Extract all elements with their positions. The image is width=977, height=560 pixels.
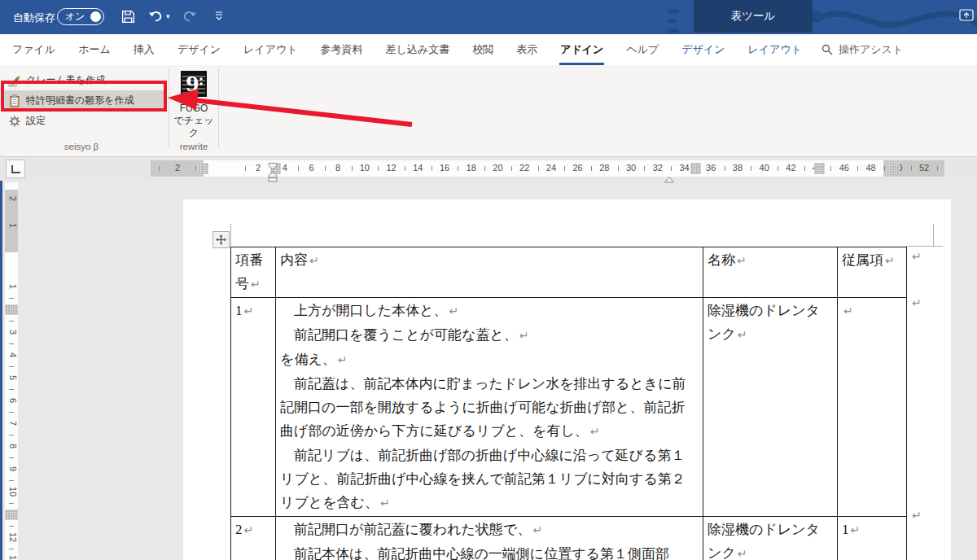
ruler-number: 8 [5, 440, 18, 453]
addin-button-0[interactable]: クレーム表を作成 [3, 70, 166, 90]
right-indent-marker[interactable] [664, 172, 674, 186]
title-bar: 自動保存 オン ▾ 表ツール [0, 0, 977, 34]
header-cell-0[interactable]: 項番号↵ [231, 247, 276, 298]
addin-button-label: 設定 [26, 114, 46, 128]
ruler-number: 22 [516, 163, 532, 173]
save-icon [120, 9, 136, 24]
ribbon-tab-9[interactable]: アドイン [559, 34, 604, 65]
header-cell-3[interactable]: 従属項↵ [838, 247, 907, 298]
ruler-number: 8 [330, 163, 346, 173]
left-indent-marker[interactable] [268, 171, 278, 186]
addin-button-1[interactable]: 特許明細書の雛形を作成 [3, 90, 166, 111]
ruler-tick [9, 435, 14, 435]
ruler-tick [405, 166, 405, 171]
cell-item-number[interactable]: 2↵ [231, 517, 276, 560]
ribbon-tab-6[interactable]: 差し込み文書 [385, 34, 451, 65]
ruler-tick [857, 166, 858, 171]
table-column-marker[interactable] [198, 163, 208, 174]
vertical-ruler[interactable]: 2113456789101213 [5, 182, 18, 560]
cell-name[interactable]: 除湿機のドレンタンク↵ [703, 298, 838, 517]
table-row-marker[interactable] [5, 510, 18, 520]
table-row-marker[interactable] [5, 304, 18, 315]
ruler-number: 40 [756, 163, 773, 173]
end-of-row-mark: ↵ [912, 509, 922, 522]
ruler-tick [644, 166, 645, 171]
paragraph-mark: ↵ [244, 523, 254, 536]
tell-me-search[interactable]: 操作アシスト [821, 34, 903, 65]
ruler-tick [538, 166, 539, 171]
cell-content[interactable]: 上方が開口した本体と、↵ 前記開口を覆うことが可能な蓋と、↵を備え、↵ 前記蓋は… [276, 298, 703, 517]
document-page[interactable]: 項番号↵内容↵名称↵従属項↵1↵ 上方が開口した本体と、↵ 前記開口を覆うことが… [183, 199, 951, 560]
ribbon-display-options-button[interactable] [959, 9, 974, 25]
ruler-tick [564, 166, 565, 171]
clipboard-icon [8, 94, 21, 107]
redo-button[interactable] [181, 9, 197, 24]
cell-dependency[interactable]: 1↵ [838, 517, 907, 560]
table-column-marker[interactable] [690, 163, 701, 174]
fugo-button-label: FUGOでチェック [171, 103, 217, 139]
horizontal-ruler[interactable]: 2246810121416182022242628303234363840424… [151, 160, 944, 177]
ribbon-tab-7[interactable]: 校閲 [471, 34, 494, 65]
ribbon-tab-0[interactable]: ファイル [11, 34, 56, 65]
ribbon-tab-4[interactable]: レイアウト [243, 34, 299, 65]
ruler-tick [9, 366, 14, 367]
ruler-number: 1 [5, 219, 18, 232]
table-column-marker[interactable] [814, 163, 825, 174]
claim-name: 除湿機のドレンタンク↵ [708, 299, 830, 347]
ruler-tick [511, 166, 512, 171]
table-move-handle[interactable] [212, 231, 230, 248]
ribbon-tab-row: ファイルホーム挿入デザインレイアウト参考資料差し込み文書校閲表示アドインヘルプデ… [0, 34, 977, 65]
ruler-number: 20 [489, 163, 506, 173]
ribbon-tab-10[interactable]: ヘルプ [625, 34, 659, 65]
ruler-tick [671, 166, 672, 171]
ruler-tick [884, 166, 885, 171]
header-text: 項番号↵ [235, 248, 269, 296]
addin-button-2[interactable]: 設定 [3, 111, 166, 131]
tab-stop-selector[interactable] [6, 160, 25, 178]
undo-button[interactable]: ▾ [148, 9, 170, 24]
claim-paragraph: 前記開口を覆うことが可能な蓋と、↵ [280, 323, 696, 348]
ruler-number: 1 [5, 280, 18, 293]
claims-table[interactable]: 項番号↵内容↵名称↵従属項↵1↵ 上方が開口した本体と、↵ 前記開口を覆うことが… [230, 247, 907, 560]
ribbon-tab-5[interactable]: 参考資料 [320, 34, 364, 65]
autosave-label: 自動保存 [13, 11, 55, 25]
ribbon-tab-3[interactable]: デザイン [177, 34, 221, 65]
table-tools-header: 表ツール [694, 0, 813, 33]
autosave-state-label: オン [65, 10, 85, 24]
table-column-marker[interactable] [889, 163, 900, 174]
ruler-tick [9, 503, 14, 504]
toggle-knob [90, 11, 101, 22]
gear-icon [8, 115, 21, 128]
ruler-tick [9, 321, 14, 322]
header-cell-1[interactable]: 内容↵ [276, 247, 703, 298]
ribbon-tab-2[interactable]: 挿入 [133, 34, 156, 65]
fugo-check-button[interactable]: 9 FUGOでチェック [171, 68, 217, 150]
pencil-icon [8, 74, 21, 87]
paragraph-mark: ↵ [738, 547, 747, 560]
ribbon-tab-12[interactable]: レイアウト [747, 34, 804, 65]
ruler-number: 42 [782, 163, 799, 173]
paragraph-mark: ↵ [244, 304, 254, 317]
save-button[interactable] [120, 9, 136, 24]
ruler-tick [937, 166, 938, 171]
autosave-toggle[interactable]: オン [57, 8, 104, 25]
cell-item-number[interactable]: 1↵ [231, 298, 276, 517]
cell-content[interactable]: 前記開口が前記蓋に覆われた状態で、↵ 前記本体は、前記折曲中心線の一端側に位置す… [276, 517, 703, 560]
ribbon-tab-1[interactable]: ホーム [77, 34, 112, 65]
ruler-number: 48 [863, 163, 879, 173]
header-cell-2[interactable]: 名称↵ [703, 247, 838, 298]
customize-toolbar-button[interactable] [215, 11, 223, 21]
table-row-0: 1↵ 上方が開口した本体と、↵ 前記開口を覆うことが可能な蓋と、↵を備え、↵ 前… [231, 298, 907, 517]
paragraph-mark: ↵ [309, 254, 319, 267]
paragraph-mark: ↵ [532, 523, 542, 536]
cell-name[interactable]: 除湿機のドレンタンク↵ [703, 517, 838, 560]
titlebar-decoration [0, 0, 977, 34]
paragraph-mark: ↵ [380, 497, 390, 510]
ruler-tick [9, 412, 14, 413]
ribbon-tab-11[interactable]: デザイン [681, 34, 725, 65]
ruler-number: 2 [5, 192, 18, 205]
ribbon-tab-8[interactable]: 表示 [515, 34, 538, 65]
ruler-number: 2 [169, 163, 186, 173]
cell-dependency[interactable]: ↵ [838, 298, 907, 517]
ruler-number: 32 [650, 163, 666, 173]
